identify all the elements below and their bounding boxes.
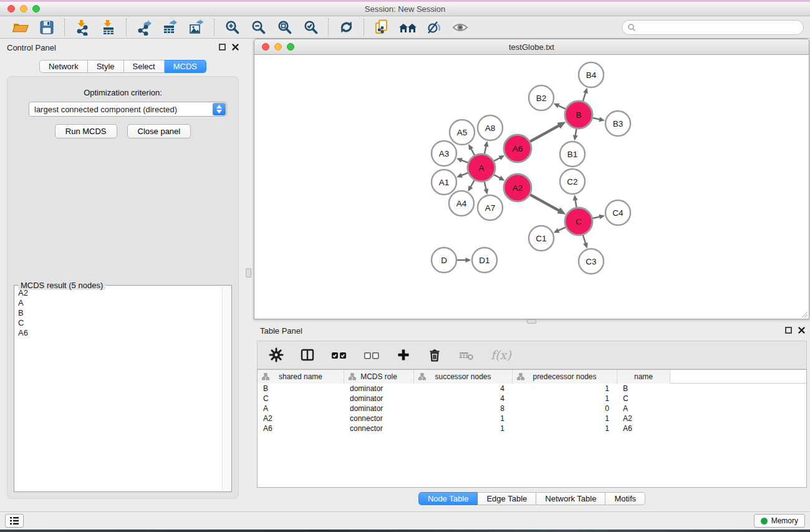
- import-table-button[interactable]: [95, 17, 122, 37]
- edge-A-A3[interactable]: [461, 160, 468, 163]
- function-builder-button[interactable]: f(x): [491, 348, 511, 362]
- column-header-name[interactable]: name: [617, 370, 670, 384]
- edge-C-C3[interactable]: [583, 235, 586, 244]
- table-cell: A6: [617, 423, 670, 433]
- edge-A-A8[interactable]: [485, 146, 486, 154]
- network-canvas[interactable]: B4B2BB3A5A8A6A3B1AA1C2A2A4A7C4CC1C3DD1: [254, 55, 809, 319]
- mcds-result-item[interactable]: A6: [15, 328, 221, 338]
- table-row[interactable]: A2connector11A2: [258, 414, 806, 423]
- delete-column-icon[interactable]: [427, 347, 442, 362]
- table-row[interactable]: Bdominator41B: [258, 384, 806, 394]
- mcds-result-list: A2ABCA6: [15, 288, 221, 491]
- export-network-button[interactable]: [131, 17, 157, 37]
- criterion-select[interactable]: largest connected component (directed): [29, 102, 227, 117]
- tab-select[interactable]: Select: [124, 60, 165, 73]
- export-table-button[interactable]: [157, 17, 183, 37]
- open-file-button[interactable]: [7, 17, 34, 37]
- save-session-button[interactable]: [34, 17, 60, 37]
- float-panel-icon[interactable]: [219, 44, 226, 51]
- export-image-button[interactable]: [183, 17, 210, 37]
- column-header-MCDS-role[interactable]: MCDS role: [344, 370, 414, 384]
- table-row[interactable]: Cdominator41C: [258, 394, 806, 404]
- resize-corner-icon[interactable]: [801, 311, 808, 318]
- edge-A2-C[interactable]: [530, 195, 559, 211]
- mcds-result-item[interactable]: A: [15, 298, 221, 308]
- network-window-titlebar[interactable]: testGlobe.txt: [254, 39, 809, 55]
- control-panel-tabs: NetworkStyleSelectMCDS: [2, 60, 244, 73]
- node-table: shared nameMCDS rolesuccessor nodesprede…: [257, 369, 807, 488]
- table-cell: 4: [414, 384, 513, 394]
- edge-arrowhead: [583, 88, 588, 94]
- memory-button[interactable]: Memory: [754, 514, 805, 528]
- edge-A-A7[interactable]: [485, 181, 486, 190]
- table-cell: dominator: [344, 404, 414, 414]
- tab-node-table[interactable]: Node Table: [418, 492, 478, 505]
- float-panel-icon[interactable]: [785, 327, 792, 334]
- mcds-result-item[interactable]: C: [15, 318, 221, 328]
- edge-A6-B[interactable]: [530, 125, 559, 142]
- optimization-criterion-label: Optimization criterion:: [7, 88, 238, 97]
- add-column-icon[interactable]: [396, 347, 411, 362]
- close-panel-icon[interactable]: [232, 44, 239, 51]
- edge-A-A2[interactable]: [494, 175, 500, 178]
- delete-table-icon[interactable]: [458, 347, 475, 362]
- toolbar-separator: [126, 19, 127, 36]
- edge-C-C4[interactable]: [592, 216, 600, 218]
- zoom-in-button[interactable]: [219, 17, 245, 37]
- import-network-button[interactable]: [69, 17, 95, 37]
- mcds-result-item[interactable]: A2: [15, 288, 221, 298]
- tab-network[interactable]: Network: [39, 60, 88, 73]
- edge-A-A1[interactable]: [461, 173, 468, 175]
- refresh-layout-button[interactable]: [333, 17, 359, 37]
- table-row[interactable]: Adominator80A: [258, 404, 806, 414]
- run-mcds-button[interactable]: Run MCDS: [55, 124, 117, 138]
- tab-motifs[interactable]: Motifs: [605, 492, 645, 505]
- network-view-window: testGlobe.txt B4B2BB3A5A8A6A3B1AA1C2A2A4…: [254, 39, 809, 319]
- vertical-split-gripper[interactable]: [246, 268, 251, 278]
- edge-A-A4[interactable]: [470, 180, 474, 187]
- gear-icon[interactable]: [269, 347, 284, 362]
- tab-edge-table[interactable]: Edge Table: [478, 492, 536, 505]
- result-scrollbar[interactable]: [222, 286, 231, 491]
- table-row[interactable]: A6connector11A6: [258, 423, 806, 433]
- edge-arrowhead: [466, 258, 471, 263]
- close-panel-icon[interactable]: [798, 327, 805, 334]
- zoom-fit-button[interactable]: [271, 17, 297, 37]
- zoom-selected-button[interactable]: [297, 17, 324, 37]
- column-header-predecessor-nodes[interactable]: predecessor nodes: [513, 370, 617, 384]
- edge-B-B1[interactable]: [576, 129, 577, 136]
- edge-arrowhead: [583, 243, 588, 249]
- main-toolbar: [0, 16, 810, 39]
- zoom-out-button[interactable]: [245, 17, 271, 37]
- edge-B-B4[interactable]: [583, 92, 586, 101]
- edge-B-B3[interactable]: [592, 118, 600, 120]
- tab-style[interactable]: Style: [88, 60, 124, 73]
- edge-C-C1[interactable]: [558, 227, 566, 230]
- table-cell: 1: [513, 394, 617, 404]
- toggle-graphics-details-button[interactable]: [421, 17, 447, 37]
- graph-node-label: C3: [586, 257, 596, 266]
- graph-node-label: A7: [485, 203, 496, 213]
- column-header-shared-name[interactable]: shared name: [258, 370, 344, 384]
- tab-network-table[interactable]: Network Table: [536, 492, 605, 505]
- tab-mcds[interactable]: MCDS: [165, 60, 206, 73]
- edge-C-C2[interactable]: [576, 200, 577, 207]
- task-history-button[interactable]: [5, 514, 24, 528]
- close-panel-button[interactable]: Close panel: [127, 124, 191, 138]
- edge-A-A6[interactable]: [494, 158, 500, 161]
- mcds-result-item[interactable]: B: [15, 308, 221, 318]
- edge-B-B2[interactable]: [558, 105, 566, 109]
- home-views-button[interactable]: [395, 17, 421, 37]
- search-box[interactable]: [622, 20, 804, 35]
- column-header-successor-nodes[interactable]: successor nodes: [414, 370, 513, 384]
- select-all-checkboxes-icon[interactable]: [331, 347, 347, 362]
- deselect-all-checkboxes-icon[interactable]: [364, 347, 380, 362]
- show-hide-eye-button[interactable]: [447, 17, 473, 37]
- new-network-from-selection-button[interactable]: [369, 17, 395, 37]
- split-columns-icon[interactable]: [300, 347, 315, 362]
- horizontal-split-gripper[interactable]: [527, 319, 536, 324]
- search-input[interactable]: [636, 21, 803, 34]
- edge-A-A5[interactable]: [471, 148, 475, 155]
- network-graph[interactable]: B4B2BB3A5A8A6A3B1AA1C2A2A4A7C4CC1C3DD1: [254, 55, 809, 318]
- table-cell: 0: [513, 404, 617, 414]
